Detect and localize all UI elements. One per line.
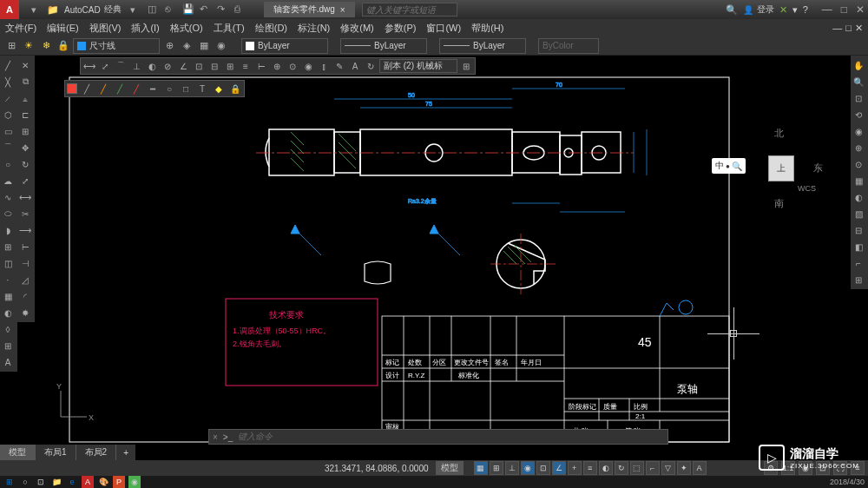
layer-state-icon[interactable]: ☀	[21, 38, 36, 54]
dim-linear-icon[interactable]: ⟷	[82, 59, 96, 73]
compass-north[interactable]: 北	[774, 127, 784, 140]
copy-icon[interactable]: ⧉	[17, 74, 33, 89]
layer-combo[interactable]: 尺寸线	[73, 38, 160, 54]
menu-insert[interactable]: 插入(I)	[131, 22, 159, 35]
mirror-icon[interactable]: ⟁	[17, 90, 33, 106]
line-red-icon[interactable]: ╱	[129, 82, 143, 96]
visual-style-icon[interactable]: ◐	[851, 189, 866, 205]
menu-tools[interactable]: 工具(T)	[214, 22, 245, 35]
line-orange-icon[interactable]: ╱	[96, 82, 110, 96]
polar-toggle-icon[interactable]: ◉	[521, 461, 535, 475]
tolerance-icon[interactable]: ⊕	[270, 59, 284, 73]
status-modelspace[interactable]: 模型	[436, 461, 464, 475]
xline-icon[interactable]: ╳	[0, 74, 16, 89]
dim-baseline-icon[interactable]: ⊟	[207, 59, 221, 73]
drawing-area[interactable]: 50 75 70 Ra3.2余量	[35, 56, 851, 445]
layer-lock-icon[interactable]: 🔒	[56, 38, 71, 54]
doc-maximize-icon[interactable]: □	[845, 23, 852, 34]
layer-freeze-icon[interactable]: ❄	[38, 38, 54, 54]
polygon-icon[interactable]: ⬡	[0, 107, 16, 122]
compass-south[interactable]: 南	[774, 197, 784, 210]
viewcube-top[interactable]: 上	[768, 155, 794, 181]
rectangle-icon[interactable]: ▭	[0, 123, 16, 139]
ucs-icon[interactable]: Y X	[52, 382, 95, 427]
autocad-task-icon[interactable]: A	[82, 476, 94, 488]
point-icon[interactable]: ·	[0, 272, 16, 287]
move-icon[interactable]: ✥	[17, 140, 33, 155]
render-icon[interactable]: ▨	[851, 206, 866, 221]
layer-manager-icon[interactable]: ⊞	[3, 38, 19, 54]
properties-icon[interactable]: ⊞	[851, 272, 866, 287]
dim-continue-icon[interactable]: ⊞	[223, 59, 237, 73]
menu-draw[interactable]: 绘图(D)	[255, 22, 287, 35]
menu-format[interactable]: 格式(O)	[170, 22, 203, 35]
layer-iso-icon[interactable]: ▦	[196, 38, 212, 54]
status-coords[interactable]: 321.3471, 84.0886, 0.0000	[325, 464, 429, 473]
app-logo[interactable]: A	[0, 0, 19, 19]
lwt-toggle-icon[interactable]: ≡	[583, 461, 597, 475]
linetype-combo[interactable]: ByLayer	[340, 38, 427, 54]
revcloud-icon[interactable]: ☁	[0, 173, 16, 188]
compass-east[interactable]: 东	[813, 162, 823, 175]
paint-icon[interactable]: 🎨	[97, 476, 109, 488]
orbit-icon[interactable]: ◉	[851, 123, 866, 139]
dimstyle-manager-icon[interactable]: ⊞	[459, 59, 473, 73]
extend-icon[interactable]: ⟶	[17, 222, 33, 238]
filter-icon[interactable]: ▽	[661, 461, 675, 475]
gradient-icon[interactable]: ◐	[0, 305, 16, 320]
app-icon[interactable]: ◉	[128, 476, 141, 488]
login-button[interactable]: 👤 登录	[743, 3, 774, 16]
inspect-icon[interactable]: ◉	[301, 59, 315, 73]
circle-icon[interactable]: ○	[0, 156, 16, 172]
shade-icon[interactable]: ◧	[851, 239, 866, 254]
join-icon[interactable]: ⊣	[17, 255, 33, 271]
cortana-icon[interactable]: ○	[19, 476, 31, 488]
insert-block-icon[interactable]: ⊞	[0, 239, 16, 254]
jogged-icon[interactable]: ⫿	[317, 59, 331, 73]
save-icon[interactable]: 💾	[182, 3, 194, 16]
polyline-icon[interactable]: ⟋	[0, 90, 16, 106]
dyn-ucs-icon[interactable]: ⌐	[646, 461, 660, 475]
ellipse-arc-icon[interactable]: ◗	[0, 222, 16, 238]
fillet-icon[interactable]: ◜	[17, 288, 33, 304]
lock-icon[interactable]: 🔒	[228, 82, 242, 96]
stretch-icon[interactable]: ⟷	[17, 189, 33, 205]
open-icon[interactable]: 📁	[45, 2, 61, 17]
tab-layout2[interactable]: 布局2	[76, 445, 117, 460]
fly-icon[interactable]: ▦	[851, 173, 866, 188]
hatch-icon[interactable]: ▦	[0, 288, 16, 304]
wcs-label[interactable]: WCS	[798, 184, 816, 193]
menu-edit[interactable]: 编辑(E)	[47, 22, 79, 35]
dim-diameter-icon[interactable]: ⊘	[161, 59, 174, 73]
command-line[interactable]: × >_ 键入命令	[208, 429, 668, 445]
walk-icon[interactable]: ⊙	[851, 156, 866, 172]
help-icon[interactable]: ?	[803, 4, 808, 15]
open-icon[interactable]: ⎋	[165, 3, 177, 16]
compass-west-badge[interactable]: 中 ● 🔍	[712, 158, 746, 174]
grid-toggle-icon[interactable]: ▦	[474, 461, 488, 475]
tab-layout1[interactable]: 布局1	[36, 445, 76, 460]
region-icon[interactable]: ◊	[0, 321, 16, 337]
menu-file[interactable]: 文件(F)	[5, 22, 36, 35]
print-icon[interactable]: ⎙	[234, 3, 247, 16]
new-icon[interactable]: ◫	[148, 3, 160, 16]
make-block-icon[interactable]: ◫	[0, 255, 16, 271]
taskbar-date[interactable]: 2018/4/30	[830, 478, 865, 486]
plotstyle-combo[interactable]: ByColor	[538, 38, 599, 54]
menu-param[interactable]: 参数(P)	[385, 22, 417, 35]
osnap-toggle-icon[interactable]: ⊡	[536, 461, 550, 475]
menu-window[interactable]: 窗口(W)	[426, 22, 461, 35]
ucs-icon[interactable]: ⌐	[851, 255, 866, 271]
explode-icon[interactable]: ✸	[17, 305, 33, 320]
layer-match-icon[interactable]: ◉	[214, 38, 229, 54]
highlight-icon[interactable]: ◆	[212, 82, 226, 96]
erase-icon[interactable]: ✕	[17, 57, 33, 73]
table-icon[interactable]: ⊞	[0, 338, 16, 353]
cycling-icon[interactable]: ↻	[615, 461, 628, 475]
line-green-icon[interactable]: ╱	[113, 82, 127, 96]
hide-icon[interactable]: ⊟	[851, 222, 866, 238]
layer-prev-icon[interactable]: ◈	[179, 38, 194, 54]
gizmo-icon[interactable]: ✦	[677, 461, 691, 475]
spline-icon[interactable]: ∿	[0, 189, 16, 205]
trim-icon[interactable]: ✂	[17, 206, 33, 221]
